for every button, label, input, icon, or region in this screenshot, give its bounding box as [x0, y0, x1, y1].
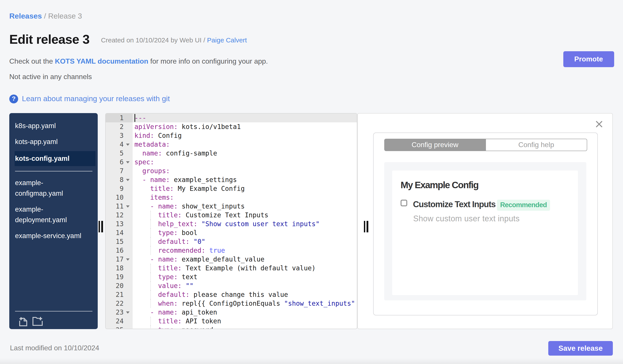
code-text: name: config-sample	[133, 149, 357, 158]
edit-release-page: Releases / Release 3 Edit release 3 Crea…	[0, 0, 623, 364]
promote-button[interactable]: Promote	[563, 51, 614, 67]
code-line-5[interactable]: 5 name: config-sample	[106, 149, 357, 158]
new-file-icon[interactable]	[19, 317, 27, 326]
fold-arrow-icon[interactable]	[124, 140, 133, 149]
code-line-3[interactable]: 3kind: Config	[106, 131, 357, 140]
code-line-24[interactable]: 24 title: API token	[106, 317, 357, 325]
gutter-line-number: 22	[106, 299, 133, 308]
fold-arrow-icon[interactable]	[124, 202, 133, 211]
code-text: kind: Config	[133, 131, 357, 140]
code-text: when: repl{{ ConfigOptionEquals "show_te…	[133, 299, 357, 308]
code-line-21[interactable]: 21 default: please change this value	[106, 290, 357, 299]
fold-arrow-icon[interactable]	[124, 308, 133, 317]
gutter-line-number: 21	[106, 290, 133, 299]
file-item-k8s-app.yaml[interactable]: k8s-app.yaml	[9, 118, 98, 134]
gutter-line-number: 7	[106, 166, 133, 175]
gutter-line-number: 12	[106, 211, 133, 220]
docs-note-prefix: Check out the	[9, 58, 55, 65]
code-line-23[interactable]: 23 - name: api_token	[106, 308, 357, 317]
page-title: Edit release 3	[9, 32, 89, 47]
file-tree-footer	[9, 311, 98, 329]
release-editor-workspace: k8s-app.yamlkots-app.yamlkots-config.yam…	[9, 113, 613, 329]
config-item-label: Customize Text Inputs	[413, 200, 495, 209]
code-line-14[interactable]: 14 type: bool	[106, 228, 357, 237]
tab-config-help[interactable]: Config help	[486, 139, 587, 151]
code-line-17[interactable]: 17 - name: example_default_value	[106, 255, 357, 264]
yaml-code-editor[interactable]: 1---2apiVersion: kots.io/v1beta13kind: C…	[105, 113, 357, 329]
code-line-10[interactable]: 10 items:	[106, 193, 357, 202]
code-text: spec:	[133, 158, 357, 166]
gutter-line-number: 18	[106, 264, 133, 273]
fold-arrow-icon[interactable]	[124, 255, 133, 264]
gutter-line-number: 14	[106, 228, 133, 237]
code-text: type: text	[133, 273, 357, 281]
gutter-line-number: 16	[106, 246, 133, 255]
save-release-button[interactable]: Save release	[548, 341, 613, 356]
code-line-9[interactable]: 9 title: My Example Config	[106, 184, 357, 193]
kots-yaml-docs-link[interactable]: KOTS YAML documentation	[55, 58, 148, 65]
code-line-19[interactable]: 19 type: text	[106, 273, 357, 281]
file-item-example-service.yaml[interactable]: example-service.yaml	[9, 228, 98, 244]
config-preview-box: Config preview Config help My Example Co…	[373, 132, 598, 315]
pane-resizer-right[interactable]	[364, 221, 368, 232]
gutter-line-number: 23	[106, 308, 133, 317]
breadcrumb-releases-link[interactable]: Releases	[9, 12, 42, 20]
code-text: - name: example_default_value	[133, 255, 357, 264]
code-line-13[interactable]: 13 help_text: "Show custom user text inp…	[106, 220, 357, 228]
code-line-20[interactable]: 20 value: ""	[106, 281, 357, 290]
customize-text-inputs-checkbox[interactable]	[400, 200, 407, 206]
code-line-7[interactable]: 7 groups:	[106, 166, 357, 175]
code-line-1[interactable]: 1---	[106, 114, 357, 122]
code-line-6[interactable]: 6spec:	[106, 158, 357, 166]
created-text: Created on 10/10/2024 by Web UI /	[101, 36, 207, 44]
last-modified-text: Last modified on 10/10/2024	[10, 344, 99, 352]
code-text: metadata:	[133, 140, 357, 149]
code-text: title: My Example Config	[133, 184, 357, 193]
gutter-line-number: 6	[106, 158, 133, 166]
gutter-line-number: 11	[106, 202, 133, 211]
fold-arrow-icon[interactable]	[124, 158, 133, 166]
code-line-2[interactable]: 2apiVersion: kots.io/v1beta1	[106, 122, 357, 131]
code-text: value: ""	[133, 281, 357, 290]
code-text: type: bool	[133, 228, 357, 237]
gutter-line-number: 10	[106, 193, 133, 202]
release-created-meta: Created on 10/10/2024 by Web UI / Paige …	[101, 36, 247, 44]
gutter-line-number: 2	[106, 122, 133, 131]
pane-resizer-left[interactable]	[98, 221, 103, 232]
tab-config-preview[interactable]: Config preview	[384, 139, 486, 151]
gutter-line-number: 25	[106, 325, 133, 329]
code-line-8[interactable]: 8 - name: example_settings	[106, 175, 357, 184]
code-line-12[interactable]: 12 title: Customize Text Inputs	[106, 211, 357, 220]
author-link[interactable]: Paige Calvert	[207, 36, 247, 44]
code-line-25[interactable]: 25 type: password	[106, 325, 357, 329]
file-tree-divider	[15, 171, 92, 171]
gutter-line-number: 1	[106, 114, 133, 122]
code-line-4[interactable]: 4metadata:	[106, 140, 357, 149]
gutter-line-number: 9	[106, 184, 133, 193]
code-text: title: Text Example (with default value)	[133, 264, 357, 273]
close-icon[interactable]	[595, 121, 602, 128]
code-text: groups:	[133, 166, 357, 175]
config-group-heading: My Example Config	[400, 180, 578, 190]
fold-arrow-icon[interactable]	[124, 175, 133, 184]
new-folder-icon[interactable]	[32, 317, 44, 326]
code-line-18[interactable]: 18 title: Text Example (with default val…	[106, 264, 357, 273]
channel-status-text: Not active in any channels	[9, 73, 92, 81]
gutter-line-number: 8	[106, 175, 133, 184]
code-text: - name: show_text_inputs	[133, 202, 357, 211]
code-line-11[interactable]: 11 - name: show_text_inputs	[106, 202, 357, 211]
code-line-16[interactable]: 16 recommended: true	[106, 246, 357, 255]
code-line-22[interactable]: 22 when: repl{{ ConfigOptionEquals "show…	[106, 299, 357, 308]
gutter-line-number: 20	[106, 281, 133, 290]
file-item-kots-config.yaml[interactable]: kots-config.yaml	[15, 151, 95, 166]
code-line-15[interactable]: 15 default: "0"	[106, 237, 357, 246]
gutter-line-number: 3	[106, 131, 133, 140]
gutter-line-number: 5	[106, 149, 133, 158]
file-item-example-configmap.yaml[interactable]: example-configmap.yaml	[9, 175, 98, 201]
file-item-kots-app.yaml[interactable]: kots-app.yaml	[9, 134, 98, 150]
question-mark-icon: ?	[9, 94, 18, 103]
git-releases-help-link[interactable]: Learn about managing your releases with …	[22, 94, 170, 103]
file-item-example-deployment.yaml[interactable]: example-deployment.yaml	[9, 201, 98, 228]
gutter-line-number: 4	[106, 140, 133, 149]
code-text: - name: api_token	[133, 308, 357, 317]
